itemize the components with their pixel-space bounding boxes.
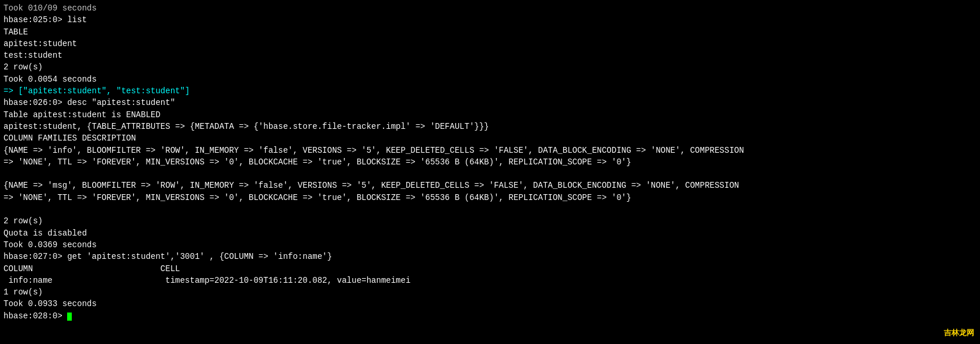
line-25: 1 row(s) [4, 286, 976, 298]
line-8: => ["apitest:student", "test:student"] [4, 85, 976, 97]
line-7: Took 0.0054 seconds [4, 73, 976, 85]
line-13: {NAME => 'info', BLOOMFILTER => 'ROW', I… [4, 145, 976, 156]
line-20: Quota is disabled [4, 227, 976, 239]
line-24: info:name timestamp=2022-10-09T16:11:20.… [4, 275, 976, 286]
line-23: COLUMN CELL [4, 263, 976, 275]
line-14: => 'NONE', TTL => 'FOREVER', MIN_VERSION… [4, 156, 976, 168]
line-4: apitest:student [4, 38, 976, 50]
line-11: apitest:student, {TABLE_ATTRIBUTES => {M… [4, 121, 976, 132]
line-15 [4, 168, 976, 180]
watermark: 吉林龙网 [944, 328, 974, 338]
line-16: {NAME => 'msg', BLOOMFILTER => 'ROW', IN… [4, 180, 976, 191]
line-21: Took 0.0369 seconds [4, 239, 976, 251]
line-5: test:student [4, 50, 976, 61]
line-19: 2 row(s) [4, 215, 976, 227]
line-6: 2 row(s) [4, 61, 976, 73]
line-22: hbase:027:0> get 'apitest:student','3001… [4, 251, 976, 262]
terminal-window: Took 010/09 seconds hbase:025:0> list TA… [0, 0, 980, 344]
line-1: Took 010/09 seconds [4, 2, 976, 14]
line-3: TABLE [4, 26, 976, 38]
line-9: hbase:026:0> desc "apitest:student" [4, 97, 976, 108]
line-17: => 'NONE', TTL => 'FOREVER', MIN_VERSION… [4, 192, 976, 203]
line-12: COLUMN FAMILIES DESCRIPTION [4, 132, 976, 144]
line-26: Took 0.0933 seconds [4, 298, 976, 310]
line-27: hbase:028:0> [4, 310, 976, 322]
line-10: Table apitest:student is ENABLED [4, 109, 976, 121]
line-2: hbase:025:0> list [4, 14, 976, 26]
terminal-cursor [67, 313, 72, 321]
line-18 [4, 203, 976, 215]
